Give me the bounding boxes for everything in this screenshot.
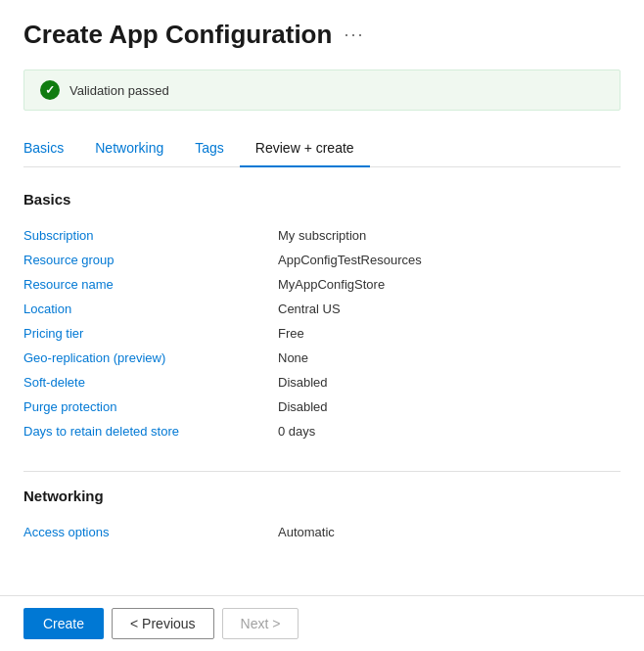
tab-bar: Basics Networking Tags Review + create	[23, 130, 621, 167]
field-soft-delete: Soft-delete Disabled	[23, 370, 621, 395]
tab-review-create[interactable]: Review + create	[240, 130, 370, 167]
tab-basics[interactable]: Basics	[23, 130, 79, 167]
label-subscription: Subscription	[23, 228, 278, 243]
label-resource-name: Resource name	[23, 277, 278, 292]
validation-text: Validation passed	[69, 83, 169, 98]
networking-section-title: Networking	[23, 488, 621, 504]
basics-section: Basics Subscription My subscription Reso…	[23, 191, 621, 443]
label-days-retain: Days to retain deleted store	[23, 424, 278, 439]
value-access-options: Automatic	[278, 525, 335, 539]
field-geo-replication: Geo-replication (preview) None	[23, 346, 621, 370]
value-soft-delete: Disabled	[278, 375, 328, 390]
validation-banner: Validation passed	[23, 70, 621, 111]
value-subscription: My subscription	[278, 228, 366, 243]
tab-tags[interactable]: Tags	[179, 130, 240, 167]
value-geo-replication: None	[278, 350, 308, 365]
field-pricing-tier: Pricing tier Free	[23, 321, 621, 346]
check-icon	[40, 80, 60, 100]
value-pricing-tier: Free	[278, 326, 304, 341]
value-days-retain: 0 days	[278, 424, 315, 439]
more-options-icon[interactable]: ···	[344, 24, 364, 45]
label-soft-delete: Soft-delete	[23, 375, 278, 390]
field-location: Location Central US	[23, 297, 621, 321]
networking-section: Networking Access options Automatic	[23, 488, 621, 544]
field-days-retain: Days to retain deleted store 0 days	[23, 419, 621, 443]
label-pricing-tier: Pricing tier	[23, 326, 278, 341]
field-subscription: Subscription My subscription	[23, 223, 621, 248]
field-access-options: Access options Automatic	[23, 520, 621, 544]
field-resource-group: Resource group AppConfigTestResources	[23, 248, 621, 272]
basics-section-title: Basics	[23, 191, 621, 208]
value-purge-protection: Disabled	[278, 399, 328, 414]
next-button: Next >	[222, 608, 299, 639]
footer: Create < Previous Next >	[0, 595, 644, 651]
field-purge-protection: Purge protection Disabled	[23, 395, 621, 419]
label-purge-protection: Purge protection	[23, 399, 278, 414]
label-access-options: Access options	[23, 525, 278, 539]
page-header: Create App Configuration ···	[23, 20, 621, 50]
label-location: Location	[23, 302, 278, 316]
tab-networking[interactable]: Networking	[79, 130, 179, 167]
field-resource-name: Resource name MyAppConfigStore	[23, 272, 621, 297]
page-title: Create App Configuration	[23, 20, 332, 50]
value-resource-group: AppConfigTestResources	[278, 253, 422, 267]
value-resource-name: MyAppConfigStore	[278, 277, 385, 292]
create-button[interactable]: Create	[23, 608, 104, 639]
value-location: Central US	[278, 302, 341, 316]
label-geo-replication: Geo-replication (preview)	[23, 350, 278, 365]
previous-button[interactable]: < Previous	[112, 608, 214, 639]
label-resource-group: Resource group	[23, 253, 278, 267]
page-container: Create App Configuration ··· Validation …	[0, 0, 644, 544]
section-divider	[23, 471, 621, 472]
